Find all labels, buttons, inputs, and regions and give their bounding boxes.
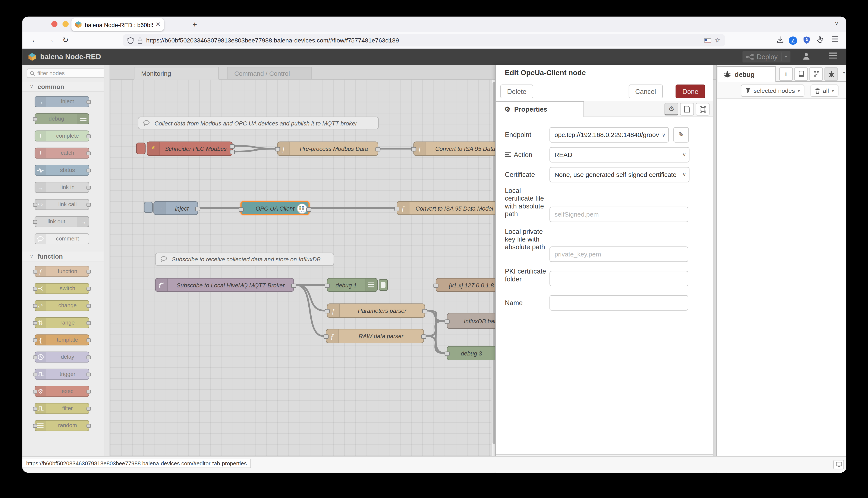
flow-node-influxdb-batch[interactable]: InfluxDB bat [447,313,496,329]
flow-node-convert-isa95-data-model[interactable]: ƒConvert to ISA 95 Data Model [397,201,496,215]
certificate-select[interactable]: None, use generated self-signed certific… [550,167,690,182]
new-tab-button[interactable]: + [192,20,197,29]
palette-item-function[interactable]: ƒfunction [35,266,89,277]
output-port[interactable] [230,150,235,155]
palette-item-inject[interactable]: →inject [35,96,89,107]
name-input[interactable] [550,295,688,311]
flow-node-preprocess-modbus-data[interactable]: ƒPre-process Modbus Data [277,142,378,156]
help-tab-button[interactable] [794,67,808,81]
flow-node-modbus-status-box[interactable] [136,143,145,154]
flow-node-subscribe-hivemq-broker[interactable]: Subscribe to Local HiveMQ MQTT Broker [155,278,294,292]
tab-debug[interactable]: debug [717,66,776,82]
input-port[interactable] [395,207,400,211]
private-key-input[interactable] [550,247,688,262]
input-port[interactable] [411,147,416,152]
us-flag-icon[interactable] [704,38,712,43]
flow-node-mqtt-v1-127-0-0-1[interactable]: [v1.x] 127.0.0.1:8 [436,278,496,292]
palette-item-link-out[interactable]: link out→ [35,216,89,227]
input-port[interactable] [275,147,280,152]
output-port[interactable] [422,309,427,313]
forward-button[interactable]: → [47,36,54,44]
palette-item-link-call[interactable]: ↪link call [35,199,89,210]
appearance-view-button[interactable] [695,103,710,116]
debug-enable-toggle[interactable] [379,279,388,291]
output-port[interactable] [306,207,311,211]
flow-node-parameters-parser[interactable]: ƒParameters parser [327,303,425,318]
palette-item-trigger[interactable]: trigger [35,369,89,380]
input-port[interactable] [239,207,244,211]
extension-gesture-icon[interactable] [817,36,824,43]
palette-item-debug[interactable]: debug [35,113,89,124]
flow-node-comment-collect[interactable]: Collect data from Modbus and OPC UA devi… [138,117,379,130]
palette-item-filter[interactable]: filter [35,403,89,414]
tab-list-chevron-icon[interactable]: ˅ [835,20,839,26]
palette-item-complete[interactable]: !complete [35,130,89,142]
deploy-button[interactable]: Deploy ▾ [742,51,790,62]
palette-item-range[interactable]: ⇅range [35,317,89,328]
output-port[interactable] [421,335,426,339]
flow-node-comment-subscribe[interactable]: Subscribe to receive collected data and … [155,253,334,266]
delete-button[interactable]: Delete [500,84,533,99]
input-port[interactable] [325,283,330,288]
properties-view-button[interactable]: ⚙ [664,103,678,116]
shield-icon[interactable] [127,37,134,44]
input-port[interactable] [323,335,329,339]
flow-node-debug-3[interactable]: debug 3 [447,346,496,361]
palette-item-comment[interactable]: comment [35,233,89,244]
output-port[interactable] [375,147,381,152]
palette-item-template[interactable]: {template [35,335,89,345]
debug-clear-button[interactable]: all ▾ [810,84,839,97]
input-port[interactable] [325,309,330,313]
macos-minimize-button[interactable] [63,21,69,27]
palette-item-status[interactable]: status [35,165,89,176]
flow-canvas[interactable]: Collect data from Modbus and OPC UA devi… [110,80,496,457]
flow-node-inject[interactable]: →inject [153,201,198,215]
palette-item-change[interactable]: ⇄change [35,300,89,311]
user-icon[interactable] [802,52,810,61]
output-port[interactable] [195,207,200,211]
deploy-chevron-icon[interactable]: ▾ [785,54,787,59]
palette-filter[interactable]: filter nodes [27,68,105,78]
palette-category-common[interactable]: ˅ common [22,82,109,92]
palette-item-catch[interactable]: !catch [35,148,89,159]
description-view-button[interactable] [680,103,694,116]
flow-node-raw-data-parser[interactable]: ƒRAW data parser [326,329,424,343]
input-port[interactable] [433,283,438,288]
extension-z-icon[interactable]: Z [789,36,797,44]
palette-item-exec[interactable]: ⚙exec [35,386,89,397]
local-cert-input[interactable] [550,207,688,222]
config-nodes-tab-button[interactable] [809,67,823,81]
extension-password-icon[interactable] [803,36,810,44]
url-bar[interactable]: https://b60bf502033463079813e803bee77988… [123,34,725,47]
info-tab-button[interactable]: i [779,67,793,81]
debug-tab-button[interactable] [825,67,838,81]
menu-hamburger-icon[interactable] [831,36,839,42]
flow-node-opc-ua-client[interactable]: OPC UA ClientOPC UA [241,201,310,215]
tab-command-control[interactable]: Command / Control [227,67,312,80]
edit-endpoint-button[interactable]: ✎ [673,127,689,143]
main-menu-icon[interactable] [829,52,838,59]
flow-node-schneider-plc-modbus[interactable]: *Schneider PLC Modbus [147,142,233,156]
palette-category-function[interactable]: ˅ function [22,251,109,262]
downloads-icon[interactable] [777,36,784,43]
output-port[interactable] [230,144,235,149]
palette-item-switch[interactable]: switch [35,283,89,294]
tab-close-icon[interactable]: ✕ [155,21,161,28]
tab-monitoring[interactable]: Monitoring [134,67,219,80]
flow-node-inject-status-box[interactable] [144,202,153,213]
macos-close-button[interactable] [51,21,58,27]
pki-folder-input[interactable] [550,271,688,286]
lock-icon[interactable] [137,37,143,44]
tab-properties[interactable]: ⚙ Properties [496,101,584,117]
palette-item-delay[interactable]: delay [35,352,89,363]
reload-button[interactable]: ↻ [63,36,68,44]
palette-scrollbar[interactable] [104,65,109,457]
cancel-button[interactable]: Cancel [628,84,663,99]
browser-tab[interactable]: balena Node-RED : b60bf5020 ✕ [71,18,164,31]
sidebar-menu-chevron-icon[interactable]: ▾ [843,70,845,75]
input-port[interactable] [445,319,450,324]
endpoint-select[interactable]: opc.tcp://192.168.0.229:14840/groov ∨ [550,127,669,143]
flow-node-debug-1[interactable]: debug 1 [327,278,378,292]
bookmark-star-icon[interactable]: ☆ [715,37,720,44]
device-view-button[interactable] [833,460,844,469]
